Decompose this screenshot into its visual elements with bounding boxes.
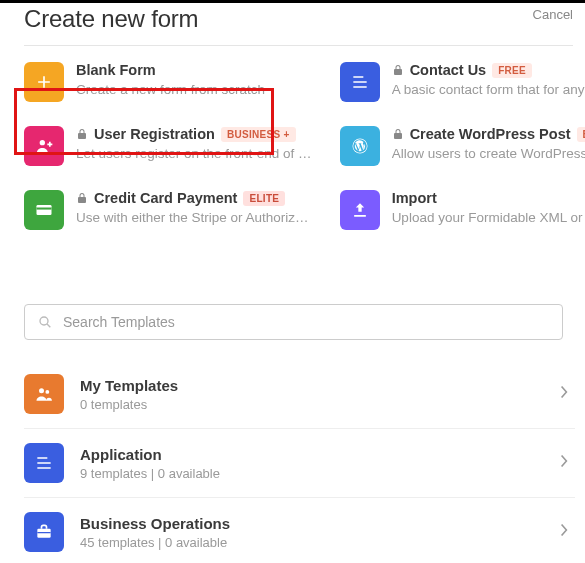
- category-title: My Templates: [80, 377, 543, 394]
- svg-point-0: [40, 140, 45, 145]
- category-title: Application: [80, 446, 543, 463]
- chevron-right-icon: [559, 453, 569, 473]
- category-business-operations[interactable]: Business Operations 45 templates | 0 ava…: [24, 498, 575, 563]
- card-desc: Upload your Formidable XML or CSV …: [392, 210, 585, 225]
- form-lines-icon: [340, 62, 380, 102]
- svg-point-6: [39, 388, 44, 393]
- credit-card-icon: [24, 190, 64, 230]
- card-desc: Allow users to create WordPress post…: [392, 146, 585, 161]
- card-desc: Use with either the Stripe or Authoriz…: [76, 210, 312, 225]
- card-desc: Let users register on the front-end of …: [76, 146, 312, 161]
- category-meta: 9 templates | 0 available: [80, 466, 543, 481]
- card-blank-form[interactable]: Blank Form Create a new form from scratc…: [24, 62, 312, 102]
- svg-point-7: [45, 390, 49, 394]
- category-meta: 45 templates | 0 available: [80, 535, 543, 550]
- search-input[interactable]: [63, 314, 550, 330]
- card-title: Contact Us: [410, 62, 487, 78]
- wordpress-icon: [340, 126, 380, 166]
- svg-line-5: [47, 324, 50, 327]
- search-box[interactable]: [24, 304, 563, 340]
- card-title: Blank Form: [76, 62, 156, 78]
- category-my-templates[interactable]: My Templates 0 templates: [24, 360, 575, 429]
- card-title: Create WordPress Post: [410, 126, 571, 142]
- category-application[interactable]: Application 9 templates | 0 available: [24, 429, 575, 498]
- chevron-right-icon: [559, 522, 569, 542]
- card-user-registration[interactable]: User Registration BUSINESS + Let users r…: [24, 126, 312, 166]
- card-import[interactable]: Import Upload your Formidable XML or CSV…: [340, 190, 585, 230]
- card-desc: A basic contact form that for any Wor…: [392, 82, 585, 97]
- card-title: User Registration: [94, 126, 215, 142]
- card-contact-us[interactable]: Contact Us FREE A basic contact form tha…: [340, 62, 585, 102]
- badge-elite: ELITE: [243, 191, 285, 206]
- lock-icon: [76, 128, 88, 140]
- form-lines-icon: [24, 443, 64, 483]
- card-desc: Create a new form from scratch: [76, 82, 312, 97]
- svg-rect-2: [37, 205, 52, 215]
- svg-point-4: [40, 317, 48, 325]
- badge-business: BUSINESS +: [221, 127, 296, 142]
- badge-basic: BASIC +: [577, 127, 585, 142]
- chevron-right-icon: [559, 384, 569, 404]
- card-create-wordpress-post[interactable]: Create WordPress Post BASIC + Allow user…: [340, 126, 585, 166]
- lock-icon: [392, 64, 404, 76]
- cancel-link[interactable]: Cancel: [533, 5, 573, 22]
- category-meta: 0 templates: [80, 397, 543, 412]
- badge-free: FREE: [492, 63, 532, 78]
- lock-icon: [392, 128, 404, 140]
- card-title: Credit Card Payment: [94, 190, 237, 206]
- svg-rect-3: [37, 208, 52, 210]
- users-icon: [24, 374, 64, 414]
- search-icon: [37, 314, 53, 330]
- svg-rect-9: [37, 532, 50, 533]
- category-title: Business Operations: [80, 515, 543, 532]
- card-title: Import: [392, 190, 437, 206]
- user-add-icon: [24, 126, 64, 166]
- upload-icon: [340, 190, 380, 230]
- lock-icon: [76, 192, 88, 204]
- plus-icon: [24, 62, 64, 102]
- briefcase-icon: [24, 512, 64, 552]
- card-credit-card-payment[interactable]: Credit Card Payment ELITE Use with eithe…: [24, 190, 312, 230]
- page-title: Create new form: [24, 5, 198, 33]
